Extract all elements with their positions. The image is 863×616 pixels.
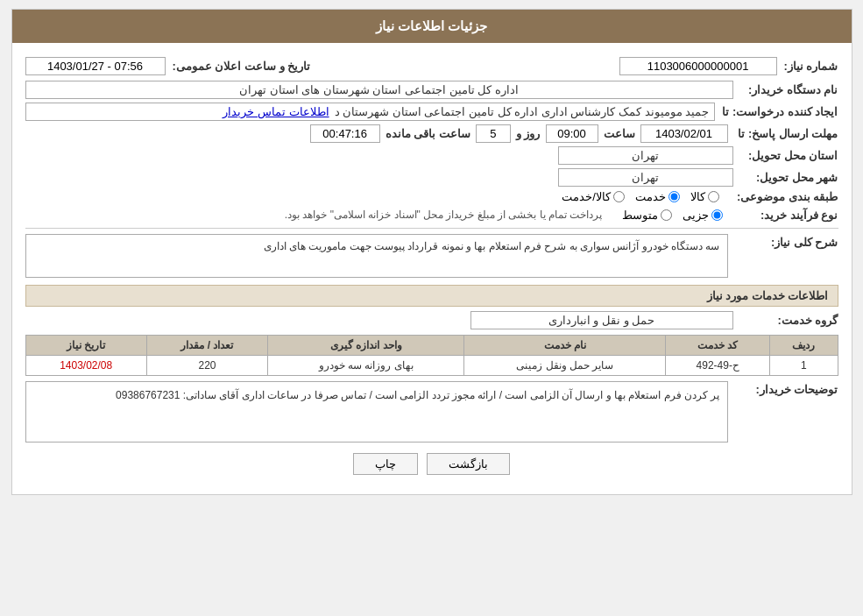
contact-link[interactable]: اطلاعات تماس خریدار: [223, 105, 329, 118]
category-radio-kala[interactable]: [708, 191, 719, 202]
category-option-khedmat[interactable]: خدمت: [635, 190, 680, 203]
col-code: کد خدمت: [666, 336, 770, 356]
col-count: تعداد / مقدار: [146, 336, 267, 356]
comments-value: پر کردن فرم استعلام بها و ارسال آن الزام…: [25, 381, 728, 443]
category-row: طبقه بندی موضوعی: کالا خدمت کالا/خدمت: [25, 190, 838, 203]
button-row: بازگشت چاپ: [25, 453, 838, 475]
province-row: استان محل تحویل: تهران: [25, 146, 838, 165]
day-value: 5: [476, 124, 511, 143]
city-row: شهر محل تحویل: تهران: [25, 168, 838, 187]
page-header: جزئیات اطلاعات نیاز: [12, 10, 852, 43]
datetime-value: 1403/01/27 - 07:56: [25, 57, 166, 75]
city-value: تهران: [558, 168, 733, 187]
table-header-row: ردیف کد خدمت نام خدمت واحد اندازه گیری ت…: [25, 336, 838, 356]
category-radio-khedmat[interactable]: [668, 191, 680, 202]
cell-code: ح-49-492: [666, 356, 770, 376]
remaining-value: 00:47:16: [310, 124, 380, 143]
remaining-label: ساعت باقی مانده: [386, 127, 470, 140]
buyer-name-row: نام دستگاه خریدار: اداره کل تامین اجتماع…: [25, 81, 838, 99]
col-unit: واحد اندازه گیری: [268, 336, 464, 356]
process-type-label: نوع فرآیند خرید:: [733, 209, 838, 222]
back-button[interactable]: بازگشت: [427, 453, 510, 475]
comments-content: پر کردن فرم استعلام بها و ارسال آن الزام…: [25, 381, 728, 443]
page-title: جزئیات اطلاعات نیاز: [376, 18, 487, 33]
time-label: ساعت: [604, 127, 635, 140]
creator-value: جمید مومیوند کمک کارشناس اداری اداره کل …: [25, 103, 716, 121]
comments-label: توضیحات خریدار:: [733, 381, 838, 396]
city-label: شهر محل تحویل:: [733, 171, 838, 184]
summary-value: سه دستگاه خودرو آژانس سواری به شرح فرم ا…: [25, 234, 728, 278]
category-label: طبقه بندی موضوعی:: [730, 190, 838, 203]
cell-unit: بهای روزانه سه خودرو: [268, 356, 464, 376]
page-container: جزئیات اطلاعات نیاز شماره نیاز: 11030060…: [11, 9, 852, 495]
cell-date: 1403/02/08: [25, 356, 146, 376]
shmare-value: 1103006000000001: [619, 57, 777, 75]
category-option-kala-khedmat[interactable]: کالا/خدمت: [562, 190, 625, 203]
province-label: استان محل تحویل:: [733, 149, 838, 162]
group-value: حمل و نقل و انبارداری: [470, 311, 733, 329]
summary-label: شرح کلی نیاز:: [733, 234, 838, 249]
process-jozi[interactable]: جزیی: [683, 209, 723, 222]
day-label: روز و: [516, 127, 541, 140]
deadline-date: 1403/02/01: [640, 124, 728, 143]
deadline-time: 09:00: [546, 124, 598, 143]
buyer-name-label: نام دستگاه خریدار:: [733, 83, 838, 96]
col-name: نام خدمت: [464, 336, 666, 356]
content-area: شماره نیاز: 1103006000000001 تاریخ و ساع…: [12, 43, 852, 494]
summary-row: شرح کلی نیاز: سه دستگاه خودرو آژانس سوار…: [25, 234, 838, 278]
comments-row: توضیحات خریدار: پر کردن فرم استعلام بها …: [25, 381, 838, 443]
table-row: 1 ح-49-492 سایر حمل ونقل زمینی بهای روزا…: [25, 356, 838, 376]
group-label: گروه خدمت:: [733, 314, 838, 327]
buyer-name-value: اداره کل تامین اجتماعی استان شهرستان های…: [25, 81, 733, 99]
category-option-kala[interactable]: کالا: [690, 190, 719, 203]
col-date: تاریخ نیاز: [25, 336, 146, 356]
shmare-datetime-row: شماره نیاز: 1103006000000001 تاریخ و ساع…: [25, 57, 838, 75]
summary-content: سه دستگاه خودرو آژانس سواری به شرح فرم ا…: [25, 234, 728, 278]
divider-1: [25, 228, 838, 229]
category-radio-kala-khedmat[interactable]: [613, 191, 625, 202]
process-motavasset[interactable]: متوسط: [622, 209, 672, 222]
services-section-title: اطلاعات خدمات مورد نیاز: [25, 285, 838, 307]
cell-name: سایر حمل ونقل زمینی: [464, 356, 666, 376]
deadline-row: مهلت ارسال پاسخ: تا 1403/02/01 ساعت 09:0…: [25, 124, 838, 143]
process-type-section: نوع فرآیند خرید: جزیی متوسط پرداخت تمام …: [25, 207, 838, 223]
datetime-label: تاریخ و ساعت اعلان عمومی:: [173, 60, 311, 73]
creator-label: ایجاد کننده درخواست: تا: [715, 105, 838, 118]
process-notice: پرداخت تمام یا بخشی از مبلغ خریداز محل "…: [285, 207, 603, 223]
deadline-label: مهلت ارسال پاسخ: تا: [733, 127, 838, 140]
cell-row: 1: [770, 356, 838, 376]
shmare-label: شماره نیاز:: [784, 60, 838, 73]
creator-row: ایجاد کننده درخواست: تا جمید مومیوند کمک…: [25, 103, 838, 121]
cell-count: 220: [146, 356, 267, 376]
process-radio-jozi[interactable]: [711, 209, 723, 221]
col-row: ردیف: [770, 336, 838, 356]
process-type-row: نوع فرآیند خرید: جزیی متوسط پرداخت تمام …: [25, 207, 838, 223]
province-value: تهران: [558, 146, 733, 165]
print-button[interactable]: چاپ: [353, 453, 418, 475]
process-radio-motavasset[interactable]: [661, 209, 672, 221]
services-table: ردیف کد خدمت نام خدمت واحد اندازه گیری ت…: [25, 335, 838, 376]
group-row: گروه خدمت: حمل و نقل و انبارداری: [25, 311, 838, 329]
